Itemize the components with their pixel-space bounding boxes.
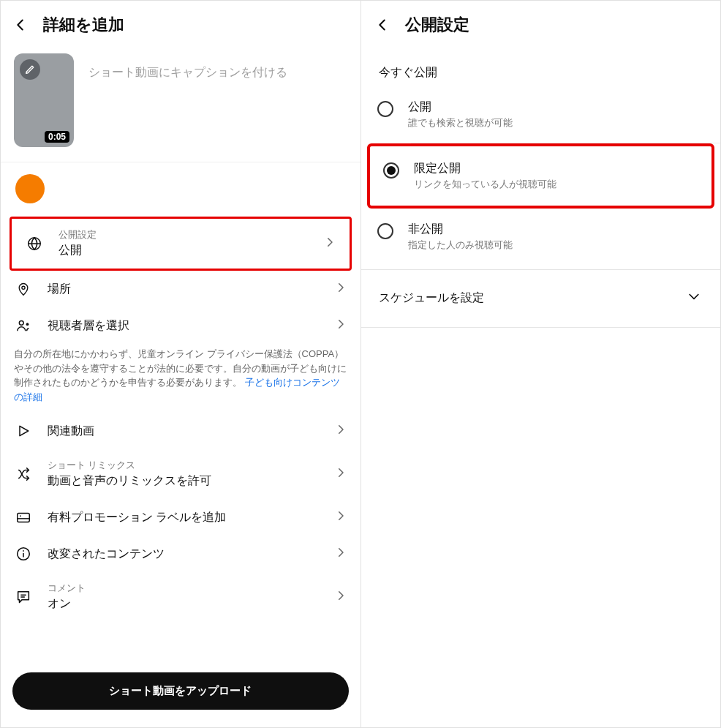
item-location[interactable]: 場所: [1, 271, 360, 307]
item-audience[interactable]: 視聴者層を選択: [1, 307, 360, 344]
option-public-sub: 誰でも検索と視聴が可能: [408, 116, 705, 130]
svg-marker-4: [20, 426, 29, 435]
location-icon: [15, 281, 31, 297]
caption-row: 0:05 ショート動画にキャプションを付ける: [1, 46, 360, 162]
details-header: 詳細を追加: [1, 1, 360, 46]
details-pane: 詳細を追加 0:05 ショート動画にキャプションを付ける 公開設定 公開: [1, 1, 361, 727]
info-icon: [15, 546, 31, 562]
item-altered-content[interactable]: 改変されたコンテンツ: [1, 536, 360, 572]
svg-point-6: [20, 515, 21, 517]
highlight-unlisted: 限定公開 リンクを知っている人が視聴可能: [367, 143, 715, 209]
highlight-visibility: 公開設定 公開: [10, 217, 352, 271]
comment-icon: [15, 589, 31, 605]
svg-point-2: [19, 320, 23, 325]
back-button[interactable]: [12, 17, 29, 33]
chevron-right-icon: [334, 589, 347, 605]
item-visibility-label: 公開: [58, 243, 307, 258]
item-schedule[interactable]: スケジュールを設定: [361, 270, 721, 323]
item-comments-label: オン: [48, 596, 318, 612]
back-button[interactable]: [374, 17, 390, 33]
chevron-left-icon: [12, 17, 29, 33]
channel-row: [1, 162, 360, 217]
item-audience-label: 視聴者層を選択: [48, 318, 318, 334]
item-altered-label: 改変されたコンテンツ: [48, 547, 318, 562]
svg-point-9: [23, 550, 24, 552]
chevron-right-icon: [334, 546, 347, 562]
chevron-right-icon: [334, 509, 347, 525]
svg-rect-5: [18, 514, 30, 522]
chevron-right-icon: [334, 423, 347, 439]
chevron-right-icon: [334, 466, 347, 482]
option-unlisted-sub: リンクを知っている人が視聴可能: [414, 178, 696, 191]
edit-thumbnail-button[interactable]: [20, 59, 40, 80]
option-private[interactable]: 非公開 指定した人のみ視聴可能: [361, 209, 721, 265]
paid-promo-icon: [15, 509, 31, 525]
visibility-header: 公開設定: [361, 1, 721, 46]
option-public-title: 公開: [408, 100, 705, 115]
item-paid-promo[interactable]: 有料プロモーション ラベルを追加: [1, 499, 360, 536]
item-visibility[interactable]: 公開設定 公開: [12, 219, 350, 269]
channel-avatar[interactable]: [15, 174, 45, 203]
chevron-down-icon: [687, 289, 701, 307]
video-thumbnail[interactable]: 0:05: [14, 53, 74, 147]
option-unlisted-title: 限定公開: [414, 161, 696, 176]
radio-checked-icon: [383, 162, 399, 179]
audience-icon: [15, 318, 31, 334]
item-location-label: 場所: [48, 282, 318, 297]
option-public[interactable]: 公開 誰でも検索と視聴が可能: [361, 86, 721, 143]
visibility-title: 公開設定: [405, 14, 469, 36]
chevron-right-icon: [323, 236, 336, 252]
item-remix-overline: ショート リミックス: [48, 459, 318, 472]
upload-button[interactable]: ショート動画をアップロード: [12, 672, 349, 710]
item-related-label: 関連動画: [48, 424, 318, 439]
coppa-help: 自分の所在地にかかわらず、児童オンライン プライバシー保護法（COPPA）やその…: [1, 344, 360, 413]
visibility-pane: 公開設定 今すぐ公開 公開 誰でも検索と視聴が可能 限定公開 リンクを知っている…: [361, 1, 721, 727]
svg-point-1: [22, 286, 25, 289]
option-unlisted[interactable]: 限定公開 リンクを知っている人が視聴可能: [370, 148, 712, 204]
item-comments[interactable]: コメント オン: [1, 572, 360, 622]
radio-unchecked-icon: [377, 101, 393, 117]
option-private-sub: 指定した人のみ視聴可能: [408, 239, 705, 252]
duration-badge: 0:05: [45, 131, 69, 143]
pencil-icon: [25, 64, 35, 75]
item-paid-label: 有料プロモーション ラベルを追加: [48, 510, 318, 525]
chevron-right-icon: [334, 281, 347, 297]
radio-unchecked-icon: [377, 223, 393, 239]
svg-point-3: [26, 323, 29, 326]
schedule-label: スケジュールを設定: [379, 290, 484, 306]
chevron-right-icon: [334, 318, 347, 334]
globe-icon: [26, 236, 42, 252]
section-publish-now: 今すぐ公開: [361, 46, 721, 86]
item-visibility-overline: 公開設定: [58, 229, 307, 241]
item-remix[interactable]: ショート リミックス 動画と音声のリミックスを許可: [1, 449, 360, 499]
divider: [361, 327, 721, 328]
item-related[interactable]: 関連動画: [1, 413, 360, 449]
chevron-left-icon: [374, 17, 390, 33]
option-private-title: 非公開: [408, 222, 705, 237]
item-comments-overline: コメント: [48, 582, 318, 595]
remix-icon: [15, 466, 31, 482]
details-title: 詳細を追加: [43, 14, 124, 36]
caption-input[interactable]: ショート動画にキャプションを付ける: [88, 53, 287, 147]
item-remix-label: 動画と音声のリミックスを許可: [48, 473, 318, 489]
play-outline-icon: [15, 424, 31, 438]
